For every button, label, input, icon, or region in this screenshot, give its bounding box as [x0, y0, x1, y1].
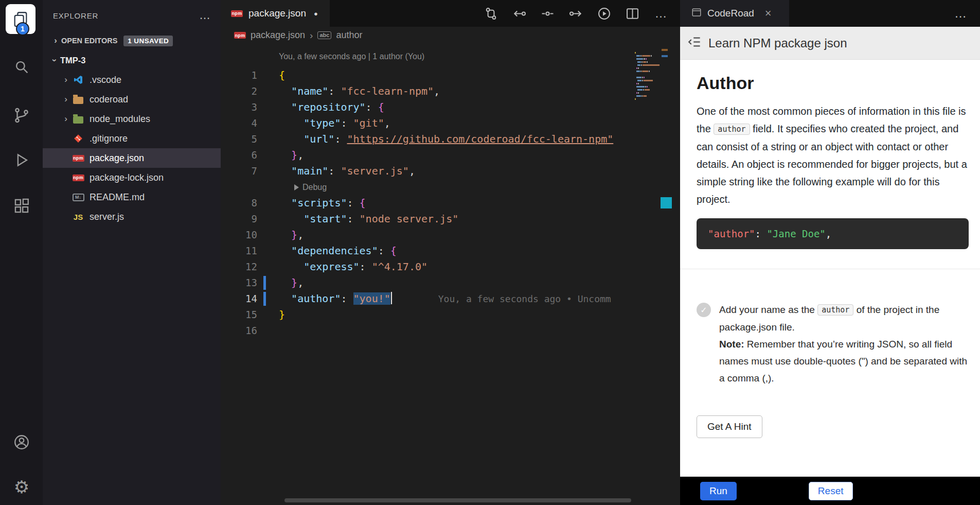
code-token: } [291, 229, 297, 241]
file-item-README.md[interactable]: README.md [43, 187, 221, 207]
current-change-icon[interactable] [541, 7, 555, 21]
vertical-scrollbar[interactable] [660, 44, 680, 505]
code-text: "main": "server.js", [279, 163, 415, 179]
split-editor-icon[interactable] [626, 7, 639, 21]
webview-icon [691, 7, 702, 20]
file-item-node_modules[interactable]: ›node_modules [43, 109, 221, 129]
run-button[interactable]: Run [700, 482, 737, 500]
source-control-icon[interactable] [12, 106, 31, 125]
npm-icon [72, 172, 85, 183]
modified-dot-icon[interactable]: ● [314, 10, 318, 18]
code-token: , [826, 228, 831, 239]
code-token: "url" [304, 133, 334, 145]
code-line-13[interactable]: 13 }, [221, 275, 633, 291]
horizontal-scrollbar[interactable] [284, 498, 631, 502]
next-change-icon[interactable] [569, 7, 583, 21]
settings-gear-icon[interactable] [12, 478, 31, 496]
git-compare-icon[interactable] [484, 7, 498, 21]
code-token: "scripts" [291, 197, 347, 209]
codelens-debug[interactable]: Debug [294, 179, 327, 195]
get-hint-button[interactable]: Get A Hint [697, 415, 762, 438]
notification-badge: 1 [16, 22, 29, 36]
folder-icon [72, 94, 85, 105]
tab-package-json[interactable]: package.json ● [221, 0, 330, 27]
code-token [279, 133, 304, 145]
reset-button[interactable]: Reset [809, 482, 853, 500]
codelens-row[interactable]: Debug [221, 179, 633, 195]
editor-group: package.json ● … package.json › abc auth… [221, 0, 680, 505]
run-script-icon[interactable] [597, 7, 611, 21]
code-line-5[interactable]: 5 "url": "https://github.com/coderoad/fc… [221, 131, 633, 147]
account-icon[interactable] [12, 433, 31, 451]
task-line: Add your name as the author of the proje… [719, 301, 969, 336]
file-item-.vscode[interactable]: ›.vscode [43, 70, 221, 90]
line-number: 14 [221, 291, 264, 307]
code-line-2[interactable]: 2 "name": "fcc-learn-npm", [221, 83, 633, 99]
code-line-7[interactable]: 7 "main": "server.js", [221, 163, 633, 179]
run-debug-icon[interactable] [12, 151, 31, 169]
breadcrumb-symbol[interactable]: author [336, 30, 362, 41]
code-line-8[interactable]: 8 "scripts": { [221, 195, 633, 211]
scroll-position-marker [661, 197, 672, 208]
menu-collapse-icon[interactable] [688, 35, 702, 51]
code-text: }, [279, 147, 304, 163]
file-item-.gitignore[interactable]: .gitignore [43, 129, 221, 148]
code-text: "repository": { [279, 99, 384, 115]
code-token: } [279, 308, 285, 321]
open-editors-label: OPEN EDITORS [61, 37, 117, 45]
code-token [279, 149, 291, 161]
code-line-11[interactable]: 11 "dependencies": { [221, 243, 633, 259]
text-segment: Add your name as the [719, 304, 817, 315]
line-number: 8 [221, 195, 264, 211]
vscode-icon [72, 75, 85, 85]
lesson-header: Learn NPM package json [680, 27, 980, 60]
code-line-15[interactable]: 15} [221, 307, 633, 323]
file-label: node_modules [90, 114, 150, 125]
chevron-right-icon: › [60, 114, 72, 124]
code-editor[interactable]: You, a few seconds ago | 1 author (You) … [221, 44, 633, 505]
code-line-4[interactable]: 4 "type": "git", [221, 115, 633, 131]
search-icon[interactable] [12, 58, 31, 76]
gutter [221, 179, 264, 195]
open-editors-section[interactable]: › OPEN EDITORS 1 UNSAVED [43, 31, 221, 50]
codelens-authors[interactable]: You, a few seconds ago | 1 author (You) [221, 44, 633, 67]
close-icon[interactable]: × [765, 7, 772, 20]
extensions-icon[interactable] [12, 197, 31, 215]
code-line-9[interactable]: 9 "start": "node server.js" [221, 211, 633, 227]
file-item-package.json[interactable]: package.json [43, 148, 221, 168]
code-token: "server.js" [341, 165, 408, 177]
code-line-3[interactable]: 3 "repository": { [221, 99, 633, 115]
minimap[interactable] [633, 44, 660, 505]
code-text: "url": "https://github.com/coderoad/fcc-… [279, 131, 613, 147]
more-actions-icon[interactable]: … [954, 6, 980, 21]
code-line-14[interactable]: 14 "author": "you!"You, a few seconds ag… [221, 291, 633, 307]
code-line-10[interactable]: 10 }, [221, 227, 633, 243]
code-token [279, 245, 291, 257]
explorer-header: EXPLORER … [43, 0, 221, 31]
sidebar-title: EXPLORER [53, 11, 98, 20]
code-line-16[interactable]: 16 [221, 323, 633, 339]
file-label: package-lock.json [90, 172, 164, 183]
more-actions-icon[interactable]: … [199, 9, 210, 22]
file-item-package-lock.json[interactable]: package-lock.json [43, 168, 221, 187]
lesson-paragraph: One of the most common pieces of informa… [697, 102, 969, 208]
file-item-coderoad[interactable]: ›coderoad [43, 90, 221, 109]
file-item-server.js[interactable]: server.js [43, 207, 221, 227]
code-token: "start" [304, 213, 347, 225]
code-line-1[interactable]: 1{ [221, 67, 633, 83]
code-line-12[interactable]: 12 "express": "^4.17.0" [221, 259, 633, 275]
editor-actions: … [484, 0, 680, 27]
file-tree: ›.vscode›coderoad›node_modules.gitignore… [43, 70, 221, 227]
previous-change-icon[interactable] [512, 7, 526, 21]
npm-icon [234, 32, 246, 39]
breadcrumb-file[interactable]: package.json [251, 30, 305, 41]
code-token: "express" [304, 260, 359, 273]
code-token: : [328, 85, 341, 97]
workspace-root-tmp-3[interactable]: › TMP-3 [43, 50, 221, 70]
code-token [279, 117, 304, 129]
code-token: } [291, 149, 297, 161]
code-line-6[interactable]: 6 }, [221, 147, 633, 163]
tab-coderoad[interactable]: CodeRoad × [680, 0, 789, 27]
more-actions-icon[interactable]: … [654, 7, 668, 21]
explorer-sidebar: EXPLORER … › OPEN EDITORS 1 UNSAVED › TM… [43, 0, 221, 505]
